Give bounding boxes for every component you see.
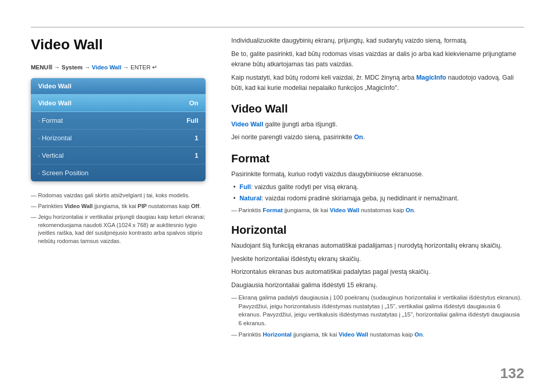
section-body-horiz-2: Įveskite horizontaliai išdėstytų ekranų …	[231, 254, 524, 264]
section-body-vw-1: Video Wall galite įjungti arba išjungti.	[231, 120, 524, 129]
vw-item-format-value: Full	[187, 117, 198, 124]
note-format: Parinktis Format įjungiama, tik kai Vide…	[231, 206, 524, 215]
right-column: Individualizuokite daugybinių ekranų, pr…	[231, 36, 524, 371]
vw-item-screenposition[interactable]: · Screen Position	[31, 164, 206, 181]
vw-item-vertical-label: · Vertical	[38, 152, 64, 159]
section-body-vw-2: Jei norite parengti vaizdo sieną, pasiri…	[231, 133, 524, 142]
vw-item-horizontal-value: 1	[195, 134, 198, 142]
left-notes: Rodomas vaizdas gali skirtis atsižvelgia…	[31, 192, 206, 245]
section-body-horiz-1: Naudojant šią funkciją ekranas automatiš…	[231, 241, 524, 251]
vw-item-screenposition-label: · Screen Position	[38, 169, 88, 177]
note-2: Parinkties Video Wall įjungiama, tik kai…	[31, 202, 206, 210]
intro-line-1: Individualizuokite daugybinių ekranų, pr…	[231, 36, 524, 46]
top-divider	[31, 27, 524, 28]
vw-item-videowall-label: Video Wall	[38, 99, 71, 107]
section-title-videowall: Video Wall	[231, 102, 524, 116]
intro-line-2: Be to, galite pasirinkti, kad būtų rodom…	[231, 49, 524, 69]
vw-item-horizontal-label: · Horizontal	[38, 134, 72, 142]
section-body-horiz-3: Horizontalus ekranas bus automatiškai pa…	[231, 267, 524, 277]
left-column: Video Wall MENUⅢ → System → Video Wall →…	[31, 36, 206, 371]
note-3: Jeigu horizontaliai ir vertikaliai priju…	[31, 213, 206, 245]
page-title: Video Wall	[31, 36, 206, 53]
section-body-format-1: Pasirinkite formatą, kuriuo rodyti vaizd…	[231, 170, 524, 179]
note-1: Rodomas vaizdas gali skirtis atsižvelgia…	[31, 192, 206, 199]
vw-item-videowall[interactable]: Video Wall On	[31, 95, 206, 112]
video-wall-menu-box: Video Wall Video Wall On · Format Full ·…	[31, 78, 206, 181]
vw-item-videowall-value: On	[189, 99, 198, 107]
bullet-format-natural: Natural: vaizdai rodomi pradinė skiriamą…	[231, 194, 524, 203]
section-title-format: Format	[231, 152, 524, 165]
section-title-horizontal: Horizontal	[231, 223, 524, 237]
menu-path: MENUⅢ → System → Video Wall → ENTER ↵	[31, 64, 206, 71]
vw-item-vertical-value: 1	[195, 152, 198, 159]
note-horizontal-1: Ekraną galima padalyti daugiausia į 100 …	[231, 293, 524, 328]
bullet-format-full: Full: vaizdus galite rodyti per visą ekr…	[231, 182, 524, 192]
vw-item-vertical[interactable]: · Vertical 1	[31, 147, 206, 164]
vw-item-format[interactable]: · Format Full	[31, 112, 206, 129]
note-horizontal-2: Parinktis Horizontal įjungiama, tik kai …	[231, 330, 524, 339]
menu-path-text: MENUⅢ → System → Video Wall → ENTER ↵	[31, 64, 157, 70]
vw-item-format-label: · Format	[38, 117, 63, 124]
vw-item-horizontal[interactable]: · Horizontal 1	[31, 129, 206, 147]
section-body-horiz-4: Daugiausia horizontaliai galima išdėstyt…	[231, 281, 524, 290]
intro-line-3: Kaip nustatyti, kad būtų rodomi keli vai…	[231, 73, 524, 93]
page-number: 132	[500, 365, 524, 382]
vw-box-title: Video Wall	[31, 78, 206, 95]
